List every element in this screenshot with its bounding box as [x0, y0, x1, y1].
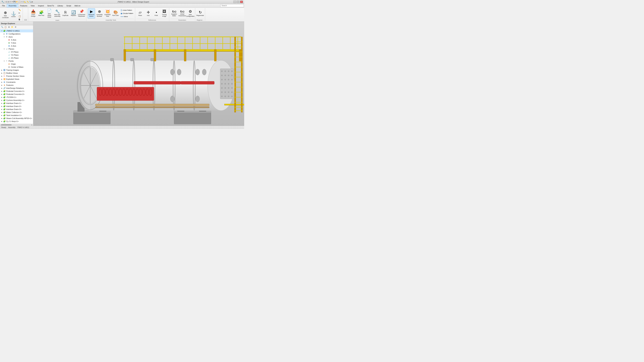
duplicate-button[interactable]: ⎘ Duplicate — [62, 8, 69, 18]
edit-btn1[interactable]: ✏️ — [18, 8, 22, 11]
circular-pattern-button[interactable]: ◉ Circular Pattern — [120, 12, 134, 15]
wc-arrow[interactable]: ▶ — [1, 112, 3, 113]
tree-x-axis[interactable]: ⊕ X-Axis — [0, 38, 33, 41]
con-arrow[interactable]: ▶ — [1, 81, 3, 83]
scroll-track[interactable] — [2, 124, 32, 125]
menu-features[interactable]: Features — [18, 4, 29, 7]
cyc-arrow[interactable]: ▶ — [1, 99, 3, 101]
if1-arrow[interactable]: ▶ — [1, 103, 3, 104]
exploded-view-button[interactable]: 💥 ExplodedView — [104, 8, 111, 18]
rv-arrow[interactable]: ▶ — [1, 72, 3, 74]
ir-arrow[interactable]: ▶ — [1, 87, 3, 89]
tree-tank-insulation[interactable]: ▶ 🧩 Tank Insulation<1> — [0, 114, 33, 117]
search-input[interactable] — [220, 4, 244, 7]
tree-pv1904[interactable]: ▶ 🧩 .PV1904<1> — [0, 96, 33, 99]
linear-pattern-button[interactable]: ⣿ Linear Pattern — [120, 9, 134, 12]
tree-water-collector[interactable]: ▶ 🧩 Water Collector<1> — [0, 111, 33, 114]
tree-y-axis[interactable]: ⊕ Y-Axis — [0, 41, 33, 44]
tree-planes[interactable]: ▼ ▱ Planes — [0, 47, 33, 50]
feat-arrow[interactable]: ▶ — [1, 84, 3, 86]
axis-button[interactable]: ✛ Axis — [144, 8, 152, 18]
tree-redline-views[interactable]: ▶ 📋 Redline Views — [0, 71, 33, 75]
tree-pedestal1[interactable]: ▶ 🧩 Pedestal Concreto<1> — [0, 90, 33, 93]
sidebar-btn3[interactable]: ⊞ — [8, 26, 10, 29]
tree-interdesign-relations[interactable]: ▶ 🔗 InterDesign Relations — [0, 87, 33, 90]
anchor-button[interactable]: ⚓ Anchor — [10, 10, 17, 20]
new-part-button[interactable]: 🧩 New Part — [38, 8, 45, 18]
tree-pedestal2[interactable]: ▶ 🧩 Pedestal Concreto<2> — [0, 93, 33, 96]
menu-library[interactable]: Library — [56, 4, 65, 7]
tree-tracing-images[interactable]: ▶ 🖼 Tracing Images — [0, 68, 33, 71]
global-parameters-button[interactable]: f(x) GlobalParameters — [178, 8, 186, 18]
menu-script[interactable]: Script — [65, 4, 73, 7]
replace-button[interactable]: 🔄 Replace — [70, 8, 77, 18]
scroll-left[interactable]: ◀ — [0, 124, 2, 126]
configurations-arrow[interactable]: ▶ — [3, 33, 5, 35]
regenerate-button[interactable]: ↻ Regenerate — [196, 8, 204, 18]
scroll-thumb[interactable] — [2, 124, 12, 125]
menu-assembly[interactable]: Assembly — [7, 4, 18, 7]
menu-inspect[interactable]: Inspect — [36, 4, 46, 7]
tree-interfase2[interactable]: ▶ 🧩 Interfase Drain<2> — [0, 105, 33, 108]
tree-cy-s-assy1[interactable]: ▶ 🧩 Cy. S. Assy<1> — [0, 120, 33, 123]
part-color-button[interactable]: 🎨 Part Color — [112, 8, 119, 18]
csa1-arrow[interactable]: ▶ — [1, 121, 3, 122]
points-arrow[interactable]: ▼ — [3, 60, 5, 62]
sidebar-btn5[interactable]: ⚙ — [14, 26, 17, 29]
tree-features[interactable]: ▶ ★ Features — [0, 84, 33, 87]
equation-editor-button[interactable]: f(x) EquationEditor — [170, 8, 178, 18]
component-placement-button[interactable]: 📌 ComponentPlacement — [78, 8, 85, 18]
tree-cyclone[interactable]: ▶ 🧩 Cyclone Assembly<1> — [0, 99, 33, 102]
sc-arrow[interactable]: ▶ — [1, 118, 3, 119]
menu-addon[interactable]: Add-on — [73, 4, 82, 7]
p2-arrow[interactable]: ▶ — [1, 93, 3, 95]
root-arrow[interactable]: ▼ — [1, 30, 3, 32]
if3-arrow[interactable]: ▶ — [1, 109, 3, 110]
tree-steam-coil[interactable]: ▶ 🧩 Steam Coil Assembly NPS3<1> — [0, 117, 33, 120]
scroll-right[interactable]: ▶ — [32, 124, 33, 126]
tree-configurations[interactable]: ▶ ⚙ Configurations — [0, 32, 33, 35]
tree-constraints[interactable]: ▶ ⊕ Constraints — [0, 81, 33, 84]
sidebar-btn4[interactable]: 📁 — [11, 26, 14, 29]
pv-arrow[interactable]: ▶ — [1, 96, 3, 98]
edit-btn2[interactable]: ✂ — [18, 11, 22, 14]
p1-arrow[interactable]: ▶ — [1, 90, 3, 92]
tree-interfase3[interactable]: ▶ 🧩 Interfase Drain<3> — [0, 108, 33, 111]
tree-axes[interactable]: ▼ ✛ Axes — [0, 35, 33, 38]
tree-zx-plane[interactable]: ▱ ZX-Plane — [0, 56, 33, 59]
plane-button[interactable]: ▱ Plane — [136, 8, 144, 18]
sidebar-scrollbar[interactable]: ◀ ▶ — [0, 123, 33, 126]
new-constraint-button[interactable]: ⊕ NewConstraint — [2, 10, 9, 20]
sidebar-btn1[interactable]: 🔍 — [1, 26, 4, 29]
menu-view[interactable]: View — [29, 4, 36, 7]
mirror-button[interactable]: ⟺ Mirror — [120, 15, 134, 18]
3d-viewport[interactable] — [33, 22, 244, 126]
edit-btn4[interactable]: 🗑 — [18, 18, 22, 21]
ti2-arrow[interactable]: ▶ — [1, 115, 3, 116]
minimize-button[interactable]: – — [234, 1, 236, 3]
minimum-motion-button[interactable]: ▶ MinimumMotion — [88, 8, 95, 18]
psv-arrow[interactable]: ▶ — [1, 75, 3, 77]
axes-arrow[interactable]: ▼ — [3, 36, 5, 38]
tree-interfase1[interactable]: ▶ 🧩 Interfase Drain<1> — [0, 102, 33, 105]
point-button[interactable]: ⦁ Point — [152, 8, 160, 18]
tree-z-axis[interactable]: ⊕ Z-Axis — [0, 44, 33, 47]
new-configuration-button[interactable]: ⚙ NewConfiguration — [187, 8, 194, 18]
tree-root[interactable]: ▼ 🧩 .FWKO V-14011 — [0, 29, 33, 32]
planes-arrow[interactable]: ▼ — [3, 48, 5, 50]
tree-origin[interactable]: ⊕ Origin — [0, 62, 33, 65]
tree-yz-plane[interactable]: ▱ YZ-Plane — [0, 53, 33, 56]
restore-button[interactable]: □ — [237, 1, 240, 3]
close-button[interactable]: ✕ — [240, 1, 243, 3]
edit-btn3[interactable]: 📋 — [18, 15, 22, 18]
tree-precise-section-views[interactable]: ▶ ✂ Precise Section Views — [0, 75, 33, 78]
ti-arrow[interactable]: ▶ — [1, 69, 3, 71]
tree-points[interactable]: ▼ • Points — [0, 59, 33, 62]
new-sheet-metal-button[interactable]: 📄 New SheetMetal — [46, 8, 53, 18]
ev-arrow[interactable]: ▶ — [1, 78, 3, 80]
menu-sendto[interactable]: Send To — [46, 4, 56, 7]
menu-file[interactable]: File — [0, 4, 7, 7]
new-subassembly-button[interactable]: 🔧 New Sub-assembly — [54, 8, 61, 18]
insert-design-button[interactable]: 📥 InsertDesign — [30, 8, 37, 18]
tree-xy-plane[interactable]: ▱ XY-Plane — [0, 50, 33, 53]
